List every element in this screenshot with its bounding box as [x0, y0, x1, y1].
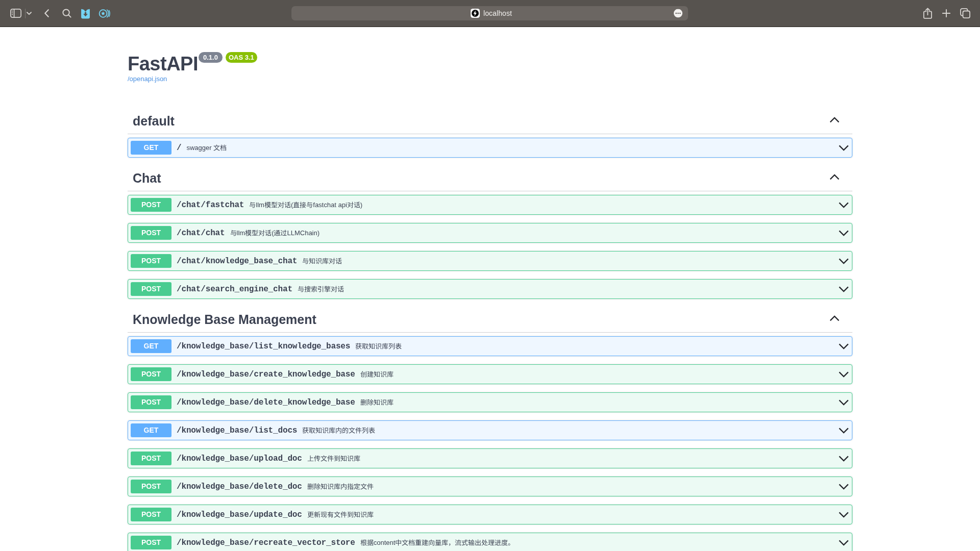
description-text-run: LLMChain) [287, 229, 320, 237]
operation-row[interactable]: POST /knowledge_base/update_doc 更新现有文件到知… [128, 505, 852, 524]
collapse-tag-icon[interactable] [829, 313, 840, 323]
operation-row[interactable]: POST /knowledge_base/delete_knowledge_ba… [128, 392, 852, 412]
operation-row[interactable]: POST /chat/chat 与llm模型对话(通过LLMChain)llm(… [128, 223, 852, 243]
new-tab-icon [942, 9, 950, 17]
operation-row[interactable]: POST /chat/fastchat 与llm模型对话(直接与fastchat… [128, 195, 852, 215]
tag-header[interactable]: Chat [128, 166, 852, 191]
operation-path: /knowledge_base/list_knowledge_bases [172, 342, 355, 351]
title-group: FastAPI 0.1.0 OAS 3.1 [128, 54, 852, 74]
version-badge: 0.1.0 [199, 52, 223, 63]
operation-row[interactable]: POST /chat/search_engine_chat 与搜索引擎对话 [128, 279, 852, 299]
operation-path: /chat/chat [172, 229, 230, 238]
tag-title: Knowledge Base Management [133, 312, 829, 327]
description-cjk-run [307, 511, 374, 518]
openapi-spec-link[interactable]: /openapi.json [128, 75, 167, 83]
tab-overview-icon [960, 8, 970, 18]
description-cjk-run [293, 202, 313, 208]
operation-description: 与搜索引擎对话 [298, 285, 839, 293]
description-cjk-run [230, 230, 237, 236]
description-text-run: swagger [186, 144, 213, 152]
operation-row[interactable]: POST /knowledge_base/upload_doc 上传文件到知识库 [128, 448, 852, 468]
collapse-tag-icon[interactable] [829, 115, 840, 125]
tag-section: Chat POST /chat/fastchat 与llm模型对话(直接与fas… [128, 166, 852, 299]
operation-row[interactable]: POST /knowledge_base/delete_doc 删除知识库内指定… [128, 477, 852, 496]
expand-operation-icon[interactable] [839, 397, 849, 408]
extension-star-button[interactable] [97, 6, 112, 21]
tab-overview-button[interactable] [958, 6, 973, 21]
description-cjk-run [249, 202, 256, 208]
page-menu-button[interactable] [674, 9, 682, 18]
tag-header[interactable]: default [128, 109, 852, 134]
operation-row[interactable]: GET /knowledge_base/list_docs 获取知识库内的文件列… [128, 420, 852, 440]
operation-path: /chat/knowledge_base_chat [172, 257, 302, 266]
description-cjk-run [355, 343, 402, 349]
operation-path: /knowledge_base/delete_knowledge_base [172, 398, 360, 407]
description-cjk-run [245, 230, 272, 236]
description-cjk-run [360, 399, 394, 406]
description-text-run: content [374, 539, 396, 546]
toolbar-dropdown-button[interactable] [27, 6, 32, 21]
operation-row[interactable]: POST /knowledge_base/create_knowledge_ba… [128, 364, 852, 384]
description-cjk-run [274, 230, 287, 236]
share-button[interactable] [920, 6, 935, 21]
expand-operation-icon[interactable] [839, 454, 849, 464]
collapse-tag-icon[interactable] [829, 172, 840, 182]
title-badges: 0.1.0 OAS 3.1 [199, 52, 257, 63]
operation-description: 根据content中文档重建向量库，流式输出处理进度。content [360, 539, 839, 546]
expand-operation-icon[interactable] [839, 200, 849, 210]
description-cjk-run [264, 202, 291, 208]
method-badge: POST [131, 480, 172, 493]
address-bar-url: localhost [483, 9, 512, 17]
description-text-run: ) [360, 201, 362, 209]
operation-row[interactable]: POST /knowledge_base/recreate_vector_sto… [128, 533, 852, 551]
sidebar-toggle-button[interactable] [8, 6, 24, 21]
expand-operation-icon[interactable] [839, 510, 849, 520]
new-tab-button[interactable] [939, 6, 954, 21]
operation-path: /knowledge_base/create_knowledge_base [172, 370, 360, 379]
swagger-page: FastAPI 0.1.0 OAS 3.1 /openapi.json defa… [0, 27, 980, 551]
operation-path: /chat/search_engine_chat [172, 285, 298, 294]
method-badge: POST [131, 254, 172, 268]
operation-description: 删除知识库 [360, 398, 839, 406]
expand-operation-icon[interactable] [839, 284, 849, 294]
operation-description: 获取知识库列表 [355, 342, 839, 350]
operation-row[interactable]: GET /knowledge_base/list_knowledge_bases… [128, 336, 852, 356]
method-badge: POST [131, 536, 172, 549]
share-icon [923, 8, 932, 19]
address-bar[interactable]: localhost [291, 6, 688, 20]
expand-operation-icon[interactable] [839, 228, 849, 238]
operation-row[interactable]: GET / swagger 文档swagger [128, 138, 852, 158]
expand-operation-icon[interactable] [839, 341, 849, 352]
method-badge: POST [131, 452, 172, 465]
toolbar-chevron-down-icon [27, 12, 32, 15]
expand-operation-icon[interactable] [839, 482, 849, 492]
sidebar-toggle-icon [10, 9, 21, 18]
back-button[interactable] [39, 6, 54, 21]
description-cjk-run [360, 539, 374, 546]
method-badge: GET [131, 141, 172, 155]
operation-description: swagger 文档swagger [186, 144, 839, 152]
extension-bookmark-button[interactable] [78, 6, 93, 21]
fastapi-favicon [471, 9, 480, 18]
back-icon [44, 9, 49, 17]
tag-header[interactable]: Knowledge Base Management [128, 307, 852, 333]
operation-path: /chat/fastchat [172, 201, 249, 210]
expand-operation-icon[interactable] [839, 256, 849, 266]
method-badge: POST [131, 198, 172, 212]
operation-description: 与llm模型对话(直接与fastchat api对话)llm(fastchat … [249, 201, 839, 209]
operation-path: /knowledge_base/upload_doc [172, 454, 307, 463]
expand-operation-icon[interactable] [839, 143, 849, 153]
operation-path: /knowledge_base/recreate_vector_store [172, 538, 360, 547]
expand-operation-icon[interactable] [839, 369, 849, 380]
expand-operation-icon[interactable] [839, 425, 849, 436]
expand-operation-icon[interactable] [839, 538, 849, 548]
toolbar-divider [25, 9, 26, 18]
tag-sections: default GET / swagger 文档swagger Chat POS… [128, 109, 852, 551]
ellipsis-icon [674, 9, 682, 18]
operation-row[interactable]: POST /chat/knowledge_base_chat 与知识库对话 [128, 251, 852, 271]
description-cjk-run [307, 483, 374, 490]
address-bar-content: localhost [471, 9, 512, 18]
method-badge: POST [131, 508, 172, 521]
operation-description: 上传文件到知识库 [307, 455, 839, 462]
search-button[interactable] [59, 6, 75, 21]
